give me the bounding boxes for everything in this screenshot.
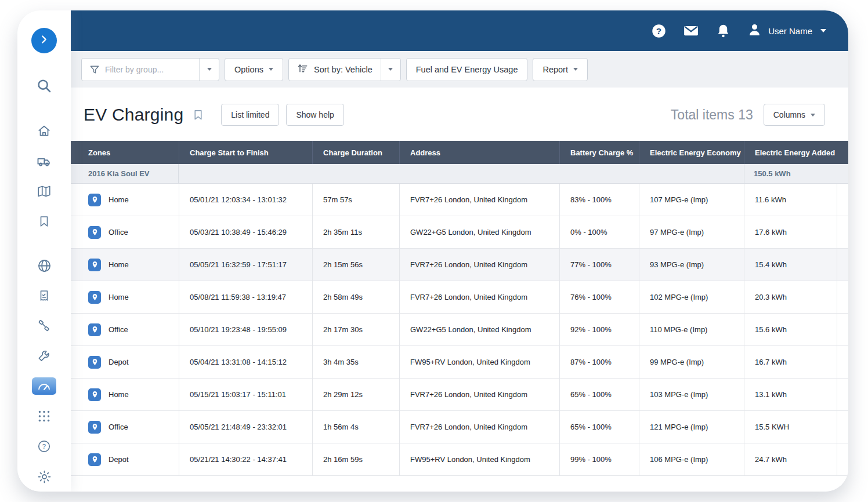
battery-charge-cell: 76% - 100% — [559, 281, 639, 313]
table-header: Zones Charge Start to Finish Charge Dura… — [71, 141, 848, 164]
electric-energy-economy-cell: 93 MPG-e (Imp) — [639, 249, 744, 281]
app-window: ? ? User Name — [17, 10, 848, 492]
table-row[interactable]: Home 05/15/21 15:03:17 - 15:11:01 2h 29m… — [71, 379, 848, 411]
filter-input[interactable] — [100, 59, 199, 81]
sidebar-item-tools[interactable] — [29, 341, 59, 371]
search-icon — [35, 77, 53, 94]
sidebar-item-search[interactable] — [29, 71, 59, 101]
sidebar-item-home[interactable] — [29, 116, 59, 146]
battery-charge-cell: 65% - 100% — [559, 379, 639, 410]
column-header-charge-start-to-finish[interactable]: Charge Start to Finish — [179, 141, 312, 164]
location-pin-icon — [88, 323, 101, 336]
sort-group: Sort by: Vehicle — [288, 58, 401, 81]
column-header-electric-energy-added[interactable]: Electric Energy Added — [744, 141, 837, 164]
receipt-icon — [37, 289, 51, 303]
chevron-right-icon — [38, 33, 50, 48]
filter-dropdown-button[interactable] — [199, 59, 219, 81]
address-cell: FW95+RV London, United Kingdom — [399, 443, 559, 475]
table-row[interactable]: Office 05/05/21 21:48:49 - 23:32:01 1h 5… — [71, 411, 848, 443]
charge-duration-cell: 3h 4m 35s — [312, 346, 399, 378]
charge-start-finish-cell: 05/15/21 15:03:17 - 15:11:01 — [179, 379, 312, 410]
table-row[interactable]: Depot 05/04/21 13:31:08 - 14:15:12 3h 4m… — [71, 346, 848, 379]
user-menu[interactable]: User Name — [747, 22, 826, 40]
sort-button[interactable]: Sort by: Vehicle — [289, 59, 381, 81]
location-pin-icon — [88, 194, 101, 206]
bookmark-outline-icon[interactable] — [191, 107, 205, 122]
zone-label: Office — [108, 228, 128, 237]
sort-amount-icon — [297, 63, 309, 76]
sidebar-item-reports[interactable] — [29, 281, 59, 311]
sidebar-nav: ? — [29, 116, 59, 492]
options-button[interactable]: Options — [225, 58, 283, 81]
table-row[interactable]: Office 05/10/21 19:23:48 - 19:55:09 2h 1… — [71, 314, 848, 346]
total-items-label: Total items 13 — [671, 107, 753, 123]
columns-button[interactable]: Columns — [764, 104, 825, 126]
column-header-address[interactable]: Address — [399, 141, 559, 164]
fuel-ev-energy-usage-button[interactable]: Fuel and EV Energy Usage — [406, 58, 528, 81]
table-row[interactable]: Office 05/03/21 10:38:49 - 15:46:29 2h 3… — [71, 216, 848, 249]
charge-duration-cell: 1h 56m 4s — [312, 411, 399, 443]
table-row[interactable]: Home 05/08/21 11:59:38 - 13:19:47 2h 58m… — [71, 281, 848, 314]
gear-icon — [37, 469, 52, 485]
options-label: Options — [234, 65, 263, 74]
sidebar-item-connections[interactable] — [29, 311, 59, 341]
battery-charge-cell: 87% - 100% — [559, 346, 639, 378]
table-row[interactable]: Depot 05/21/21 14:30:22 - 14:37:41 2h 16… — [71, 443, 848, 476]
electric-energy-added-cell: 24.7 kWh — [744, 443, 837, 475]
zone-cell: Depot — [71, 443, 179, 475]
charge-duration-cell: 2h 58m 49s — [312, 281, 399, 313]
title-row: EV Charging List limited Show help Total… — [71, 88, 848, 141]
caret-down-icon — [811, 114, 815, 117]
table-row[interactable]: Home 05/05/21 16:32:59 - 17:51:17 2h 15m… — [71, 249, 848, 281]
columns-label: Columns — [773, 110, 805, 119]
sort-dropdown-button[interactable] — [381, 59, 400, 81]
address-cell: FVR7+26 London, United Kingdom — [399, 281, 559, 313]
zone-label: Office — [108, 423, 128, 431]
question-circle-icon: ? — [37, 439, 52, 454]
table-body: Home 05/01/21 12:03:34 - 13:01:32 57m 57… — [71, 184, 848, 476]
top-bar: ? User Name — [71, 10, 848, 51]
charge-start-finish-cell: 05/01/21 12:03:34 - 13:01:32 — [179, 184, 312, 216]
zone-label: Office — [108, 325, 128, 334]
caret-down-icon — [820, 29, 826, 32]
column-header-charge-duration[interactable]: Charge Duration — [312, 141, 399, 164]
sidebar-item-map[interactable] — [29, 176, 59, 206]
address-cell: FVR7+26 London, United Kingdom — [399, 249, 559, 281]
column-header-battery-charge[interactable]: Battery Charge % — [559, 141, 639, 164]
electric-energy-added-cell: 15.5 KWH — [744, 411, 837, 443]
list-limited-label: List limited — [231, 110, 269, 119]
location-pin-icon — [88, 226, 101, 239]
electric-energy-economy-cell: 121 MPG-e (Imp) — [639, 411, 744, 443]
zone-label: Home — [108, 390, 129, 399]
list-limited-button[interactable]: List limited — [221, 104, 279, 126]
sidebar-item-vehicles[interactable] — [29, 146, 59, 176]
sidebar-item-apps[interactable] — [29, 401, 59, 431]
map-icon — [37, 184, 52, 199]
battery-charge-cell: 99% - 100% — [559, 443, 639, 475]
help-circle-icon[interactable]: ? — [651, 23, 667, 39]
sidebar-item-web[interactable] — [29, 250, 59, 281]
address-cell: GW22+G5 London, United Kingdom — [399, 216, 559, 248]
column-header-electric-energy-economy[interactable]: Electric Energy Economy — [639, 141, 744, 164]
zone-cell: Office — [71, 411, 179, 443]
battery-charge-cell: 92% - 100% — [559, 314, 639, 345]
bookmark-icon — [37, 214, 51, 228]
sidebar-item-settings[interactable] — [29, 461, 59, 492]
show-help-button[interactable]: Show help — [286, 104, 343, 126]
zone-cell: Home — [71, 379, 179, 410]
globe-icon — [37, 258, 52, 274]
sidebar-item-dashboard[interactable] — [29, 371, 59, 401]
column-header-zones[interactable]: Zones — [71, 141, 179, 164]
table-row[interactable]: Home 05/01/21 12:03:34 - 13:01:32 57m 57… — [71, 184, 848, 216]
vehicle-group-row[interactable]: 2016 Kia Soul EV 150.5 kWh — [71, 164, 848, 184]
sidebar-item-help[interactable]: ? — [29, 431, 59, 461]
address-cell: FVR7+26 London, United Kingdom — [399, 379, 559, 410]
electric-energy-added-cell: 15.6 kWh — [744, 314, 837, 345]
location-pin-icon — [88, 388, 101, 401]
mail-icon[interactable] — [682, 22, 700, 39]
sidebar-item-bookmarks[interactable] — [29, 206, 59, 237]
bell-icon[interactable] — [715, 23, 731, 39]
report-button[interactable]: Report — [533, 58, 588, 81]
sidebar-expand-button[interactable] — [31, 28, 57, 53]
user-avatar-icon — [747, 22, 762, 40]
